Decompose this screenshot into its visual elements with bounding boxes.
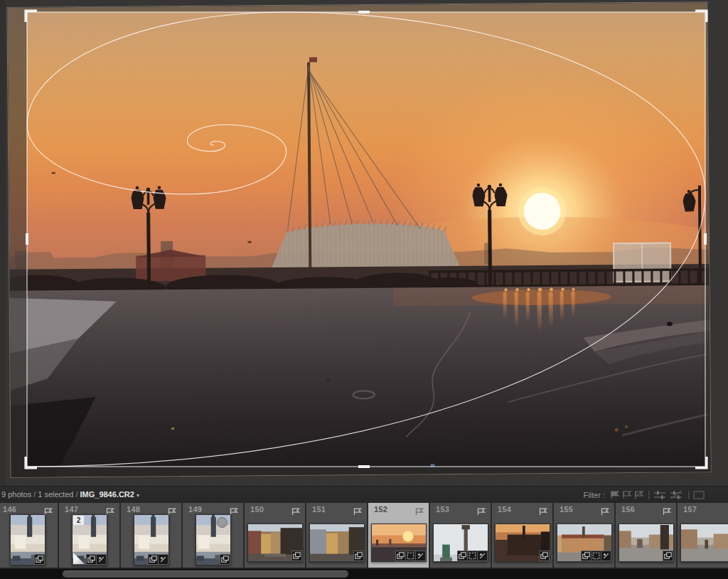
edits-badge-icon[interactable] [601,551,611,561]
collections-badge-icon[interactable] [220,555,230,564]
filmstrip-cell-149[interactable]: 149 [183,503,243,568]
rating-sliders-icon [654,492,665,499]
thumbnail-badges [87,555,106,564]
flag-pick-icon [611,492,619,499]
edits-badge-icon[interactable] [159,555,168,564]
edits-badge-icon[interactable] [416,551,425,561]
thumbnail-badges [582,551,611,561]
thumbnail-badges [35,555,44,564]
thumbnail-152[interactable] [371,524,427,562]
filmstrip-filters [611,489,728,501]
collections-badge-icon[interactable] [35,555,44,564]
source-indicator[interactable]: 9 photos/1 selected/IMG_9846.CR2▾ [1,490,139,499]
flag-icon[interactable] [353,506,363,514]
collections-badge-icon[interactable] [149,555,158,564]
filmstrip-cell-155[interactable]: 155 [554,503,614,568]
thumbnail-badges [292,551,301,561]
flag-icon[interactable] [600,506,610,514]
collections-badge-icon[interactable] [396,551,405,561]
filmstrip-cell-150[interactable]: 150 [245,503,305,568]
crop-handle-right[interactable] [704,233,707,245]
stack-count-badge[interactable]: 2 [73,516,84,525]
photo-index: 147 [65,505,78,514]
crop-handle-top[interactable] [358,11,370,14]
flag-icon[interactable] [229,506,239,514]
collections-badge-icon[interactable] [582,551,591,561]
filmstrip-cell-147[interactable]: 1472 [59,503,119,568]
filmstrip-cell-151[interactable]: 151 [306,503,367,568]
develop-canvas [0,0,728,486]
filmstrip-cell-154[interactable]: 154 [492,503,552,568]
flag-icon[interactable] [291,506,301,514]
filmstrip-cell-146[interactable]: 146 [0,503,58,568]
crop-handle-top-right[interactable] [695,11,707,22]
filmstrip-cell-157[interactable]: 157 [678,503,728,568]
current-filename[interactable]: IMG_9846.CR2 [80,490,134,499]
thumbnail-148[interactable] [134,514,169,565]
collections-badge-icon[interactable] [540,551,549,561]
thumbnail-157[interactable] [680,524,728,562]
thumbnail-149[interactable] [196,514,231,565]
thumbnail-badges [149,555,168,564]
thumbnail-badges [663,551,673,561]
filmstrip-cell-148[interactable]: 148 [121,503,181,568]
photo-index: 151 [312,505,326,514]
selected-count: 1 selected [38,490,73,499]
thumbnail-badges [220,555,230,564]
selection-circle-icon[interactable] [217,517,228,528]
crop-handle-bottom-right[interactable] [695,457,707,468]
chevron-down-icon[interactable]: ▾ [134,492,139,499]
thumbnail-150[interactable] [247,524,303,562]
thumbnail-154[interactable] [495,524,550,562]
golden-spiral-guide [27,12,705,467]
flag-icon[interactable] [476,506,486,514]
filmstrip-cell-156[interactable]: 156 [616,503,676,568]
thumbnail-156[interactable] [619,524,674,562]
photo-index: 152 [374,505,387,514]
crop-badge-icon[interactable] [406,551,415,561]
flag-icon[interactable] [414,506,424,514]
thumbnail-147[interactable]: 2 [72,514,107,565]
flag-icon[interactable] [43,506,53,514]
thumbnail-155[interactable] [557,524,612,562]
filmstrip-scrollbar[interactable] [0,569,728,579]
edits-badge-icon[interactable] [478,551,487,561]
rating-sliders-off-icon [670,491,682,499]
photo-index: 148 [127,505,140,514]
crop-handle-top-left[interactable] [26,11,37,22]
photo-index: 154 [498,505,511,514]
collections-badge-icon[interactable] [354,551,363,561]
flag-icon[interactable] [105,506,115,514]
flag-icon[interactable] [538,506,548,514]
thumbnail-badges [458,551,487,561]
filmstrip: 1461472148149150151152153154155156157 [0,503,728,568]
thumbnail-151[interactable] [309,524,365,562]
filmstrip-cell-153[interactable]: 153 [430,503,491,568]
photo-index: 150 [250,505,264,514]
crop-handle-left[interactable] [26,233,28,245]
thumbnail-146[interactable] [10,514,46,565]
crop-handle-bottom[interactable] [358,465,370,468]
edits-badge-icon[interactable] [97,555,106,564]
photo-index: 155 [560,505,573,514]
crop-rectangle[interactable] [27,12,705,467]
filter-label: Filter : [583,491,605,499]
scrollbar-thumb[interactable] [63,570,348,578]
flag-icon[interactable] [167,506,177,514]
filmstrip-cell-152[interactable]: 152 [368,503,429,568]
thumbnail-badges [354,551,363,561]
crop-badge-icon[interactable] [468,551,477,561]
collections-badge-icon[interactable] [663,551,673,561]
thumbnail-badges [540,551,549,561]
flag-icon[interactable] [662,506,672,514]
crop-badge-icon[interactable] [592,551,601,561]
collections-badge-icon[interactable] [87,555,96,564]
color-label-icon [694,492,704,499]
thumbnail-153[interactable] [433,524,488,562]
collections-badge-icon[interactable] [458,551,467,561]
collections-badge-icon[interactable] [292,551,301,561]
photo-index: 156 [621,505,635,514]
lightroom-window: 9 photos/1 selected/IMG_9846.CR2▾ Filter… [0,0,728,579]
thumbnail-badges [396,551,425,561]
filmstrip-toolbar: 9 photos/1 selected/IMG_9846.CR2▾ Filter… [0,486,728,503]
